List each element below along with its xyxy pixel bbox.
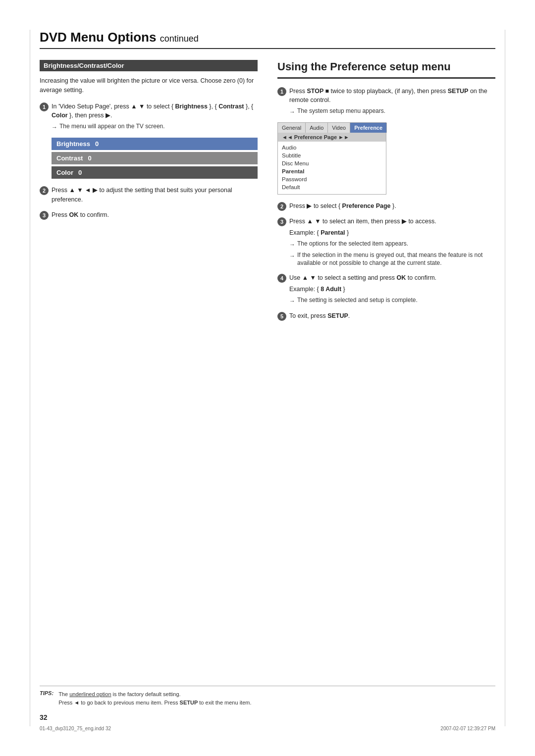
right-step-5-num: 5 [277,312,286,321]
right-step-4-content: Use ▲ ▼ to select a setting and press OK… [289,273,495,305]
pref-item-subtitle: Subtitle [282,151,382,159]
right-step-2-num: 2 [277,202,286,211]
tips-underlined: underlined option [69,691,111,697]
step-3-num: 3 [40,211,49,220]
step-2-content: Press ▲ ▼ ◄ ▶ to adjust the setting that… [52,186,258,204]
pref-item-parental: Parental [282,167,382,175]
step-2-num: 2 [40,186,49,195]
step-1-arrow: → The menu will appear on the TV screen. [52,122,258,132]
preference-table: General Audio Video Preference ◄◄ Prefer… [277,122,386,195]
menu-row-contrast: Contrast0 [52,152,258,164]
right-step-3-num: 3 [277,217,286,226]
right-column: Using the Preference setup menu 1 Press … [277,60,495,327]
tips-text: The underlined option is the factory def… [58,690,251,706]
footer-tips: TIPS: The underlined option is the facto… [40,686,495,706]
right-step-1-num: 1 [277,87,286,96]
step-3: 3 Press OK to confirm. [40,210,258,220]
step-1-num: 1 [40,102,49,111]
pref-items: Audio Subtitle Disc Menu Parental Passwo… [278,142,386,194]
right-step-1-content: Press STOP ■ twice to stop playback, (if… [289,87,495,117]
pref-tab-general[interactable]: General [278,123,306,133]
menu-box: Brightness0 Contrast0 Color0 [52,138,258,179]
pref-item-default: Default [282,183,382,191]
pref-item-discmenu: Disc Menu [282,159,382,167]
pref-tab-audio[interactable]: Audio [306,123,328,133]
margin-line-left [30,30,30,726]
left-column: Brightness/Contrast/Color Increasing the… [40,60,258,226]
step-3-content: Press OK to confirm. [52,210,258,220]
tips-label: TIPS: [40,690,54,696]
section-title-preference: Using the Preference setup menu [277,60,495,79]
pref-table-header: General Audio Video Preference [278,123,386,133]
section-header-brightness: Brightness/Contrast/Color [40,60,258,71]
pref-item-audio: Audio [282,144,382,151]
right-step-3-arrow1: → The options for the selected item appe… [289,240,495,249]
right-step-2: 2 Press ▶ to select { Preference Page }. [277,202,495,211]
footer-file: 01-43_dvp3120_75_eng.indd 32 [40,726,111,731]
right-step-1: 1 Press STOP ■ twice to stop playback, (… [277,87,495,117]
step-1-content: In 'Video Setup Page', press ▲ ▼ to sele… [52,102,258,132]
right-step-3-arrow2: → If the selection in the menu is greyed… [289,251,495,268]
page-number: 32 [40,713,48,721]
step4-example: Example: { 8 Adult } [289,285,495,294]
step3-example: Example: { Parental } [289,228,495,238]
right-step-2-content: Press ▶ to select { Preference Page }. [289,202,495,211]
intro-text: Increasing the value will brighten the p… [40,76,258,95]
margin-line-right [505,30,505,726]
right-step-4: 4 Use ▲ ▼ to select a setting and press … [277,273,495,305]
right-step-3-content: Press ▲ ▼ to select an item, then press … [289,217,495,267]
menu-row-brightness: Brightness0 [52,138,258,150]
pref-tab-preference[interactable]: Preference [350,123,387,133]
two-column-layout: Brightness/Contrast/Color Increasing the… [40,60,495,327]
right-step-5-content: To exit, press SETUP. [289,311,495,321]
right-step-4-num: 4 [277,274,286,283]
right-step-5: 5 To exit, press SETUP. [277,311,495,321]
right-step-4-arrow: → The setting is selected and setup is c… [289,296,495,305]
title-text: DVD Menu Options [40,30,156,45]
right-step-3: 3 Press ▲ ▼ to select an item, then pres… [277,217,495,267]
footer-date: 2007-02-07 12:39:27 PM [440,726,495,731]
page-title: DVD Menu Options continued [40,30,495,49]
step-1: 1 In 'Video Setup Page', press ▲ ▼ to se… [40,102,258,132]
step-2: 2 Press ▲ ▼ ◄ ▶ to adjust the setting th… [40,186,258,204]
right-step-1-arrow: → The system setup menu appears. [289,107,495,116]
pref-tab-video[interactable]: Video [328,123,350,133]
menu-row-color: Color0 [52,166,258,179]
tips-row: TIPS: The underlined option is the facto… [40,690,495,706]
title-continued: continued [160,34,199,44]
pref-page-label: ◄◄ Preference Page ►► [278,133,386,142]
pref-item-password: Password [282,175,382,183]
